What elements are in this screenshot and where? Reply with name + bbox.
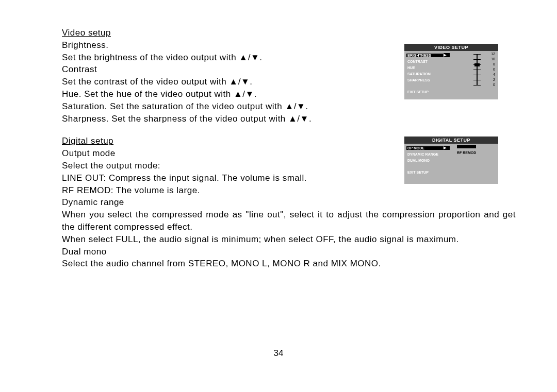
osd-row-dynrange: DYNAMIC RANGE (407, 151, 495, 157)
text-saturation: Saturation. Set the saturation of the vi… (62, 100, 392, 113)
label-output-mode: Output mode (62, 147, 392, 160)
label-dual-mono: Dual mono (62, 246, 392, 258)
text-dual-mono: Select the audio channel from STEREO, MO… (62, 258, 392, 270)
text-sharpness: Sharpness. Set the sharpness of the vide… (62, 113, 392, 125)
text-dyn2: When select FULL, the audio signal is mi… (62, 233, 516, 246)
text-select-output: Select the output mode: (62, 160, 392, 172)
text-rfremod: RF REMOD: The volume is large. (62, 184, 392, 197)
osd-slider: 12 10 8 6 4 2 0 (454, 52, 495, 86)
heading-digital-setup: Digital setup (62, 136, 113, 146)
osd-val-lineout: LINE OUT (457, 145, 476, 148)
manual-text: Video setup Brightness. Set the brightne… (62, 27, 392, 270)
osd-row-opmode: OP MODE▶ (407, 145, 495, 151)
text-brightness: Set the brightness of the video output w… (62, 52, 392, 64)
label-dynamic-range: Dynamic range (62, 196, 392, 209)
osd-video-exit: EXIT SETUP (407, 90, 495, 94)
text-hue: Hue. Set the hue of the video output wit… (62, 88, 392, 100)
osd-digital-setup: DIGITAL SETUP OP MODE▶ LINE OUT DYNAMIC … (404, 137, 498, 184)
page-number: 34 (0, 348, 557, 359)
osd-row-dualmono: DUAL MONO (407, 157, 495, 163)
osd-digital-title: DIGITAL SETUP (404, 137, 498, 144)
text-lineout: LINE OUT: Compress the input signal. The… (62, 172, 392, 184)
osd-video-title: VIDEO SETUP (404, 44, 498, 51)
text-dyn1: When you select the compressed mode as "… (62, 209, 516, 233)
osd-digital-exit: EXIT SETUP (407, 171, 495, 174)
osd-video-setup: VIDEO SETUP BRIGHTNESS▶ CONTRAST HUE SAT… (404, 44, 498, 99)
text-contrast: Set the contrast of the video output wit… (62, 76, 392, 88)
label-contrast: Contrast (62, 63, 392, 76)
label-brightness: Brightness. (62, 39, 392, 52)
heading-video-setup: Video setup (62, 28, 111, 38)
osd-val-rfremod: RF REMOD (457, 151, 476, 155)
